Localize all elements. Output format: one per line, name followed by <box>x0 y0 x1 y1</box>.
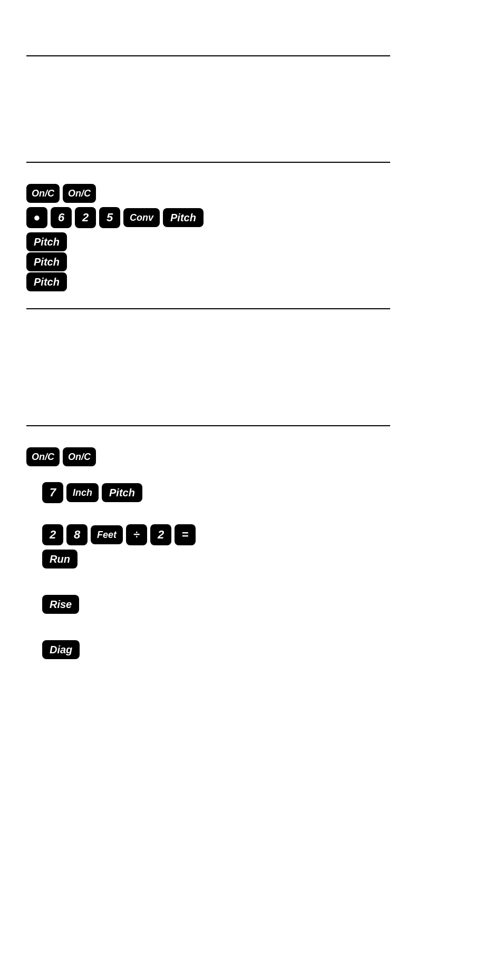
feet-div-row: 2 8 Feet ÷ 2 = <box>42 524 477 545</box>
pitch-row-3: Pitch <box>26 272 477 291</box>
rise-row: Rise <box>42 595 477 614</box>
pitch-row-1: Pitch <box>26 232 477 251</box>
inch-button[interactable]: Inch <box>66 483 99 502</box>
run-row: Run <box>42 550 477 569</box>
pitch-row-2: Pitch <box>26 252 477 271</box>
pitch-button-2[interactable]: Pitch <box>26 252 67 271</box>
onc-button-4[interactable]: On/C <box>63 447 96 466</box>
digit-conv-pitch-row: ● 6 2 5 Conv Pitch <box>26 207 477 228</box>
equals-button[interactable]: = <box>175 524 196 545</box>
feet-button[interactable]: Feet <box>91 525 123 544</box>
dot-button[interactable]: ● <box>26 207 47 228</box>
seven-button[interactable]: 7 <box>42 482 63 503</box>
onc-button-3[interactable]: On/C <box>26 447 60 466</box>
button-group-1: On/C On/C ● 6 2 5 Conv Pitch Pitch Pitch… <box>26 173 477 298</box>
section-4: On/C On/C 7 Inch Pitch 2 8 Feet ÷ 2 = Ru… <box>0 426 503 675</box>
rise-button[interactable]: Rise <box>42 595 79 614</box>
diag-row: Diag <box>42 640 477 659</box>
section-3 <box>0 309 503 425</box>
two-button[interactable]: 2 <box>75 207 96 228</box>
button-group-2: On/C On/C 7 Inch Pitch 2 8 Feet ÷ 2 = Ru… <box>26 437 477 664</box>
seven-inch-pitch-row: 7 Inch Pitch <box>42 482 477 503</box>
pitch-button-1[interactable]: Pitch <box>26 232 67 251</box>
conv-button[interactable]: Conv <box>123 208 160 227</box>
six-button[interactable]: 6 <box>51 207 72 228</box>
diag-button[interactable]: Diag <box>42 640 80 659</box>
onc-button-2[interactable]: On/C <box>63 184 96 203</box>
section-1 <box>0 56 503 162</box>
two-button-2[interactable]: 2 <box>42 524 63 545</box>
run-button[interactable]: Run <box>42 550 78 569</box>
pitch-button-4[interactable]: Pitch <box>102 483 142 502</box>
eight-button[interactable]: 8 <box>66 524 88 545</box>
onc-row-2: On/C On/C <box>26 447 477 466</box>
five-button[interactable]: 5 <box>99 207 120 228</box>
pitch-button-main[interactable]: Pitch <box>163 208 204 227</box>
onc-button-1[interactable]: On/C <box>26 184 60 203</box>
onc-row-1: On/C On/C <box>26 184 477 203</box>
divide-button[interactable]: ÷ <box>126 524 147 545</box>
pitch-button-3[interactable]: Pitch <box>26 272 67 291</box>
two-button-3[interactable]: 2 <box>150 524 171 545</box>
section-2: On/C On/C ● 6 2 5 Conv Pitch Pitch Pitch… <box>0 163 503 308</box>
